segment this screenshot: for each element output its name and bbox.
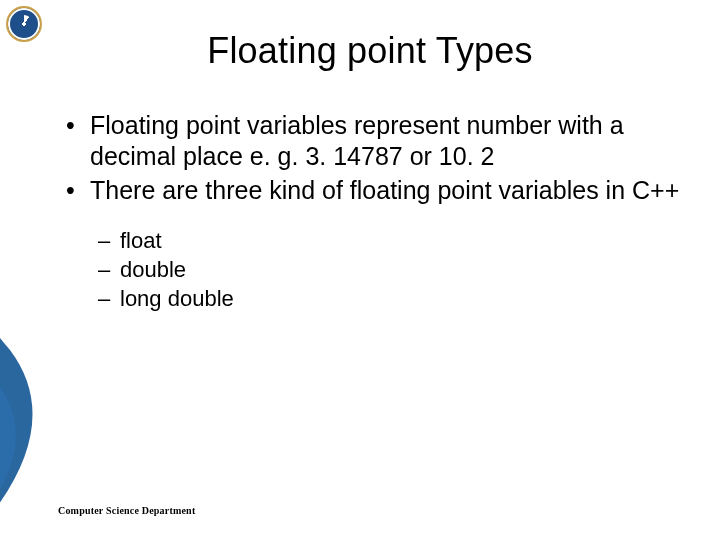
main-bullet-list: Floating point variables represent numbe… (60, 110, 680, 206)
slide-title: Floating point Types (60, 30, 680, 72)
sub-bullet-list: float double long double (98, 226, 680, 313)
slide-body: Floating point Types Floating point vari… (0, 0, 720, 540)
university-logo (6, 6, 42, 42)
sub-bullet-item: float (98, 226, 680, 255)
bullet-item: Floating point variables represent numbe… (60, 110, 680, 171)
sub-bullet-item: double (98, 255, 680, 284)
sub-bullet-item: long double (98, 284, 680, 313)
bullet-item: There are three kind of floating point v… (60, 175, 680, 206)
footer-text: Computer Science Department (58, 505, 195, 516)
